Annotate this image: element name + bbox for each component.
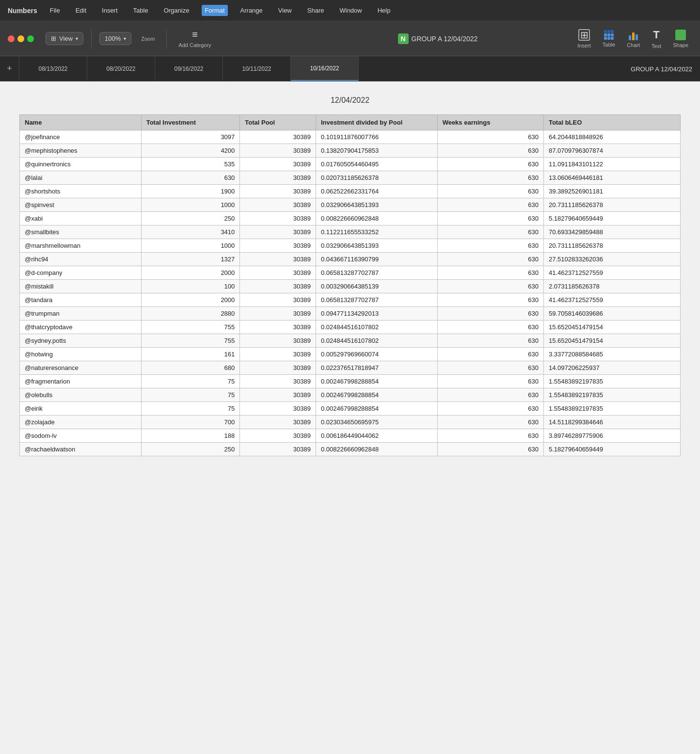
- main-content: 12/04/2022 Name Total Investment Total P…: [0, 81, 700, 754]
- window-maximize-button[interactable]: [27, 35, 34, 42]
- table-header-row: Name Total Investment Total Pool Investm…: [20, 115, 681, 130]
- cell-pool: 30389: [240, 402, 316, 416]
- table-row[interactable]: @mistakill 100 30389 0.003290664385139 6…: [20, 280, 681, 293]
- table-row[interactable]: @trumpman 2880 30389 0.094771134292013 6…: [20, 307, 681, 321]
- menu-edit[interactable]: Edit: [73, 5, 89, 16]
- table-row[interactable]: @sodom-lv 188 30389 0.006186449044062 63…: [20, 429, 681, 443]
- table-row[interactable]: @sydney.potts 755 30389 0.02484451610780…: [20, 334, 681, 348]
- toolbar-left: ⊞ View ▾ 100% ▾ Zoom ≡ Add Category: [46, 27, 302, 50]
- table-row[interactable]: @fragmentarion 75 30389 0.00246799828885…: [20, 375, 681, 388]
- cell-weeks: 630: [437, 171, 543, 185]
- cell-name: @tandara: [20, 293, 142, 307]
- menu-file[interactable]: File: [47, 5, 63, 16]
- window-minimize-button[interactable]: [17, 35, 24, 42]
- cell-weeks: 630: [437, 280, 543, 293]
- cell-weeks: 630: [437, 361, 543, 375]
- view-dropdown[interactable]: ⊞ View ▾: [46, 32, 83, 45]
- table-row[interactable]: @natureresonance 680 30389 0.02237651781…: [20, 361, 681, 375]
- cell-pool: 30389: [240, 212, 316, 225]
- table-row[interactable]: @quinnertronics 535 30389 0.017605054460…: [20, 158, 681, 171]
- menu-window[interactable]: Window: [336, 5, 365, 16]
- table-label: Table: [603, 42, 615, 48]
- table-row[interactable]: @olebulls 75 30389 0.002467998288854 630…: [20, 388, 681, 402]
- tab-09162022[interactable]: 09/16/2022: [155, 56, 223, 81]
- table-row[interactable]: @joefinance 3097 30389 0.101911876007766…: [20, 130, 681, 144]
- tab-10162022[interactable]: 10/16/2022: [291, 56, 359, 81]
- table-row[interactable]: @mephistophenes 4200 30389 0.13820790417…: [20, 144, 681, 158]
- cell-name: @rachaeldwatson: [20, 443, 142, 456]
- menu-share[interactable]: Share: [304, 5, 327, 16]
- cell-ratio: 0.043667116390799: [316, 253, 437, 266]
- table-row[interactable]: @zolajade 700 30389 0.023034650695975 63…: [20, 416, 681, 429]
- menu-organize[interactable]: Organize: [161, 5, 192, 16]
- cell-investment: 250: [141, 443, 240, 456]
- cell-bleo: 1.55483892197835: [543, 402, 680, 416]
- menu-arrange[interactable]: Arrange: [238, 5, 266, 16]
- table-row[interactable]: @shortshots 1900 30389 0.062522662331764…: [20, 185, 681, 198]
- table-row[interactable]: @hotwing 161 30389 0.005297969660074 630…: [20, 348, 681, 361]
- table-row[interactable]: @lalai 630 30389 0.020731185626378 630 1…: [20, 171, 681, 185]
- cell-investment: 1000: [141, 198, 240, 212]
- cell-name: @olebulls: [20, 388, 142, 402]
- cell-bleo: 2.0731185626378: [543, 280, 680, 293]
- cell-name: @shortshots: [20, 185, 142, 198]
- cell-weeks: 630: [437, 402, 543, 416]
- add-sheet-button[interactable]: +: [0, 56, 19, 81]
- insert-button[interactable]: ⊞ Insert: [573, 27, 595, 50]
- cell-weeks: 630: [437, 158, 543, 171]
- view-label: View: [59, 35, 73, 42]
- window-close-button[interactable]: [8, 35, 15, 42]
- table-row[interactable]: @rachaeldwatson 250 30389 0.008226660962…: [20, 443, 681, 456]
- cell-bleo: 39.3892526901181: [543, 185, 680, 198]
- cell-bleo: 59.7058146039686: [543, 307, 680, 321]
- table-row[interactable]: @d-company 2000 30389 0.065813287702787 …: [20, 266, 681, 280]
- shape-icon: [675, 30, 686, 40]
- zoom-label: Zoom: [137, 34, 159, 44]
- cell-ratio: 0.065813287702787: [316, 293, 437, 307]
- cell-ratio: 0.023034650695975: [316, 416, 437, 429]
- cell-weeks: 630: [437, 416, 543, 429]
- cell-weeks: 630: [437, 429, 543, 443]
- menu-view[interactable]: View: [275, 5, 295, 16]
- table-row[interactable]: @eirik 75 30389 0.002467998288854 630 1.…: [20, 402, 681, 416]
- cell-investment: 188: [141, 429, 240, 443]
- cell-pool: 30389: [240, 239, 316, 253]
- shape-button[interactable]: Shape: [669, 28, 692, 50]
- chart-button[interactable]: Chart: [623, 28, 644, 50]
- cell-pool: 30389: [240, 307, 316, 321]
- menu-table[interactable]: Table: [130, 5, 151, 16]
- tab-08132022[interactable]: 08/13/2022: [19, 56, 87, 81]
- cell-name: @sodom-lv: [20, 429, 142, 443]
- table-row[interactable]: @xabi 250 30389 0.008226660962848 630 5.…: [20, 212, 681, 225]
- cell-ratio: 0.002467998288854: [316, 402, 437, 416]
- table-row[interactable]: @rihc94 1327 30389 0.043667116390799 630…: [20, 253, 681, 266]
- zoom-dropdown[interactable]: 100% ▾: [99, 32, 131, 45]
- cell-pool: 30389: [240, 293, 316, 307]
- table-row[interactable]: @tandara 2000 30389 0.065813287702787 63…: [20, 293, 681, 307]
- table-row[interactable]: @thatcryptodave 755 30389 0.024844516107…: [20, 321, 681, 334]
- cell-ratio: 0.101911876007766: [316, 130, 437, 144]
- text-label: Text: [652, 43, 661, 49]
- add-category-button[interactable]: ≡ Add Category: [175, 27, 215, 50]
- cell-ratio: 0.008226660962848: [316, 443, 437, 456]
- table-row[interactable]: @marshmellowman 1000 30389 0.03290664385…: [20, 239, 681, 253]
- menu-insert[interactable]: Insert: [99, 5, 121, 16]
- cell-pool: 30389: [240, 375, 316, 388]
- cell-name: @eirik: [20, 402, 142, 416]
- menu-bar: Numbers File Edit Insert Table Organize …: [0, 0, 700, 21]
- cell-weeks: 630: [437, 348, 543, 361]
- text-button[interactable]: T Text: [648, 27, 665, 51]
- menu-format[interactable]: Format: [202, 5, 227, 16]
- toolbar-separator-1: [91, 29, 92, 48]
- cell-name: @spinvest: [20, 198, 142, 212]
- cell-pool: 30389: [240, 429, 316, 443]
- table-button[interactable]: Table: [599, 28, 619, 49]
- cell-investment: 161: [141, 348, 240, 361]
- tab-10112022[interactable]: 10/11/2022: [223, 56, 291, 81]
- table-row[interactable]: @smallbites 3410 30389 0.112211655533252…: [20, 225, 681, 239]
- table-row[interactable]: @spinvest 1000 30389 0.032906643851393 6…: [20, 198, 681, 212]
- menu-help[interactable]: Help: [375, 5, 394, 16]
- tab-08202022[interactable]: 08/20/2022: [87, 56, 155, 81]
- add-sheet-icon: +: [7, 64, 12, 74]
- cell-pool: 30389: [240, 334, 316, 348]
